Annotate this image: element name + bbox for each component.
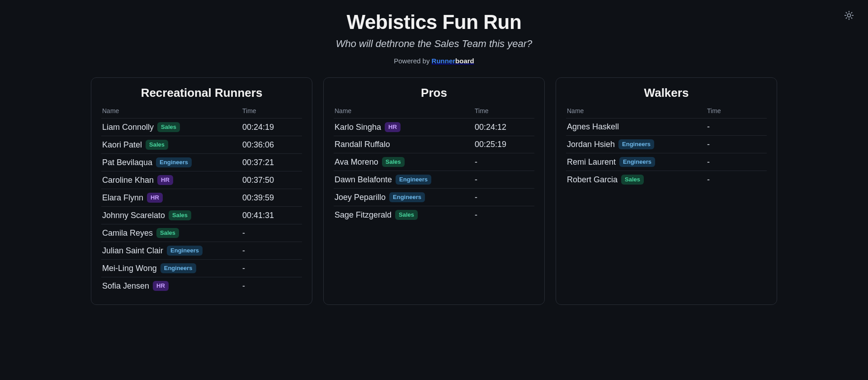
runner-name: Agnes Haskell [567,122,619,132]
table-head: NameTime [566,107,767,118]
category-panel: Recreational RunnersNameTimeLiam Connoll… [91,77,312,305]
table-row: Julian Saint ClairEngineers- [101,242,302,260]
category-panel: ProsNameTimeKarlo SinghaHR00:24:12Randal… [323,77,545,305]
runner-name-cell: Remi LaurentEngineers [567,157,707,167]
column-header-name: Name [567,107,707,114]
runner-time: 00:37:21 [242,158,301,167]
table-row: Kaori PatelSales00:36:06 [101,136,302,154]
runner-name: Joey Peparillo [335,193,386,202]
table-row: Joey PeparilloEngineers- [334,189,534,206]
runner-name-cell: Caroline KhanHR [102,175,242,185]
column-header-name: Name [335,107,475,114]
page-subtitle: Who will dethrone the Sales Team this ye… [22,38,846,50]
column-header-time: Time [475,107,533,114]
runner-name: Remi Laurent [567,157,616,167]
table-row: Liam ConnollySales00:24:19 [101,119,302,136]
team-badge: Sales [146,140,168,150]
sun-icon [844,10,854,20]
team-badge: Sales [169,210,191,220]
runner-time: - [242,264,301,273]
table-head: NameTime [101,107,302,118]
column-header-time: Time [242,107,301,114]
runner-name-cell: Johnny ScarelatoSales [102,210,242,220]
team-badge: HR [157,175,173,185]
table-row: Elara FlynnHR00:39:59 [101,189,302,207]
runner-name: Karlo Singha [335,123,381,132]
runner-time: - [475,193,533,202]
team-badge: Sales [621,175,644,185]
runner-name: Kaori Patel [102,140,142,150]
runner-name-cell: Sofia JensenHR [102,281,242,291]
powered-prefix: Powered by [394,57,431,65]
table-row: Sofia JensenHR- [101,277,302,294]
runner-name-cell: Sage FitzgeraldSales [335,210,475,220]
category-columns: Recreational RunnersNameTimeLiam Connoll… [22,77,846,305]
category-title: Walkers [566,86,767,100]
runner-name-cell: Joey PeparilloEngineers [335,192,475,202]
table-rows: Liam ConnollySales00:24:19Kaori PatelSal… [101,118,302,294]
table-row: Caroline KhanHR00:37:50 [101,171,302,189]
runner-name: Johnny Scarelato [102,211,165,220]
runner-time: - [242,281,301,291]
page-title: Webistics Fun Run [22,11,846,33]
team-badge: HR [147,193,163,203]
table-row: Sage FitzgeraldSales- [334,206,534,223]
runner-name: Caroline Khan [102,176,154,185]
runner-name-cell: Robert GarciaSales [567,175,707,185]
runner-name: Randall Ruffalo [335,140,390,149]
table-head: NameTime [334,107,534,118]
runner-name-cell: Pat BevilaquaEngineers [102,157,242,167]
runner-time: - [242,246,301,256]
brand-link[interactable]: Runnerboard [432,57,474,65]
team-badge: Sales [156,228,179,238]
team-badge: Sales [157,122,180,132]
team-badge: Sales [382,157,405,167]
runner-time: 00:24:12 [475,123,533,132]
runner-name-cell: Dawn BelafonteEngineers [335,175,475,185]
runner-name-cell: Liam ConnollySales [102,122,242,132]
table-rows: Karlo SinghaHR00:24:12Randall Ruffalo00:… [334,118,534,223]
runner-name: Robert Garcia [567,175,618,185]
team-badge: Engineers [156,157,192,167]
table-row: Karlo SinghaHR00:24:12 [334,119,534,136]
column-header-time: Time [707,107,766,114]
runner-name-cell: Ava MorenoSales [335,157,475,167]
runner-name-cell: Agnes Haskell [567,122,707,132]
runner-time: 00:41:31 [242,211,301,220]
runner-name: Ava Moreno [335,157,378,167]
runner-time: 00:39:59 [242,193,301,203]
brand-second: board [455,57,474,65]
table-rows: Agnes Haskell-Jordan HsiehEngineers-Remi… [566,118,767,188]
table-row: Remi LaurentEngineers- [566,153,767,171]
runner-time: - [707,122,766,132]
runner-name-cell: Mei-Ling WongEngineers [102,263,242,273]
runner-name: Sofia Jensen [102,281,149,291]
runner-name: Jordan Hsieh [567,140,615,149]
table-row: Robert GarciaSales- [566,171,767,188]
runner-time: 00:37:50 [242,176,301,185]
brand-first: Runner [432,57,456,65]
table-row: Mei-Ling WongEngineers- [101,260,302,277]
runner-time: - [707,157,766,167]
runner-name: Julian Saint Clair [102,246,163,256]
category-title: Pros [334,86,534,100]
runner-time: 00:24:19 [242,123,301,132]
table-row: Randall Ruffalo00:25:19 [334,136,534,153]
runner-time: - [475,175,533,185]
runner-time: - [242,228,301,238]
runner-name: Pat Bevilaqua [102,158,152,167]
runner-time: 00:36:06 [242,140,301,150]
table-row: Agnes Haskell- [566,119,767,136]
runner-time: - [707,140,766,149]
category-title: Recreational Runners [101,86,302,100]
page-header: Webistics Fun Run Who will dethrone the … [22,11,846,65]
table-row: Johnny ScarelatoSales00:41:31 [101,207,302,224]
runner-name: Liam Connolly [102,123,154,132]
runner-name: Elara Flynn [102,193,143,203]
runner-name-cell: Randall Ruffalo [335,140,475,149]
runner-name-cell: Elara FlynnHR [102,193,242,203]
team-badge: Engineers [618,139,654,149]
table-row: Camila ReyesSales- [101,224,302,242]
category-panel: WalkersNameTimeAgnes Haskell-Jordan Hsie… [556,77,777,305]
theme-toggle-button[interactable] [843,9,855,22]
